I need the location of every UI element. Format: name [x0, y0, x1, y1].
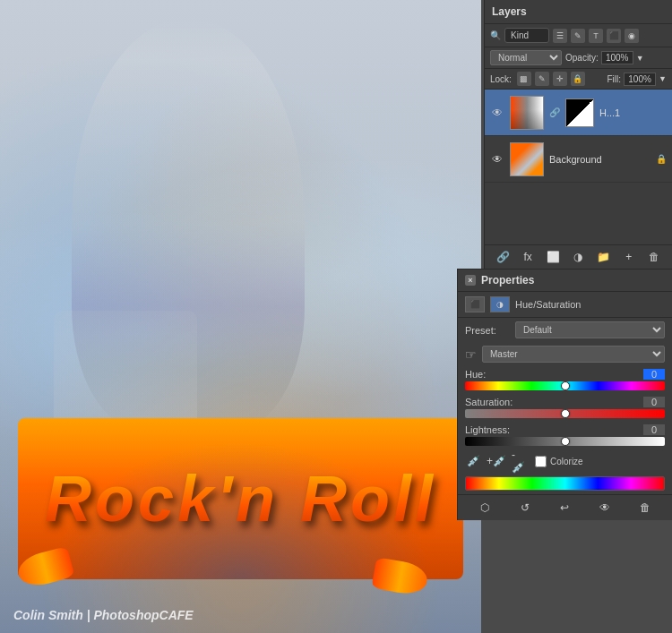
layer-filter-icon3[interactable]: T	[589, 29, 603, 43]
new-layer-btn[interactable]: +	[621, 249, 637, 265]
layer-locked-icon: 🔒	[656, 154, 667, 164]
layer-name-2: Background	[549, 154, 650, 165]
colorize-checkbox-group: Colorize	[535, 456, 583, 467]
opacity-row: Opacity: ▼	[565, 51, 644, 64]
prop-pixel-icon[interactable]: ⬛	[465, 296, 485, 312]
opacity-arrow[interactable]: ▼	[636, 54, 644, 63]
lightness-label: Lightness:	[465, 424, 510, 435]
preset-label: Preset:	[465, 325, 510, 336]
lightness-header: Lightness: 0	[465, 424, 665, 435]
layer-name-1: H...1	[599, 107, 667, 118]
lock-all-icon[interactable]: 🔒	[571, 72, 585, 86]
layer-link-icon-1: 🔗	[549, 107, 560, 117]
opacity-label: Opacity:	[565, 53, 599, 63]
add-mask-btn[interactable]: ⬜	[545, 249, 561, 265]
properties-channel-row: ☞ Master	[458, 342, 672, 366]
lightness-slider-thumb[interactable]	[561, 437, 570, 446]
prop-type-label: Hue/Saturation	[515, 299, 581, 310]
eyedropper-row: 💉 +💉 -💉 Colorize	[458, 449, 672, 473]
layer-filter-icon4[interactable]: ⬛	[607, 29, 621, 43]
delete-layer-btn[interactable]: 🗑	[646, 249, 662, 265]
layers-list: 👁 🔗 H...1 👁 Background 🔒	[485, 90, 672, 244]
prop-reset-icon[interactable]: ↩	[556, 500, 573, 516]
prop-undo-icon[interactable]: ↺	[517, 500, 533, 516]
properties-panel-header: × Properties	[458, 269, 672, 292]
layer-thumb-huesat	[510, 96, 544, 130]
fill-arrow[interactable]: ▼	[659, 74, 667, 83]
colorize-checkbox[interactable]	[535, 456, 547, 467]
properties-type-row: ⬛ ◑ Hue/Saturation	[458, 292, 672, 318]
hue-value: 0	[643, 369, 665, 380]
preset-select[interactable]: Default	[515, 321, 665, 338]
layers-panel: Layers 🔍 ☰ ✎ T ⬛ ◉ Normal Opacity: ▼ Loc…	[484, 0, 672, 269]
layer-visibility-2[interactable]: 👁	[490, 153, 504, 166]
canvas-area: Rock'n Roll Colin Smith | PhotoshopCAFE	[0, 0, 481, 633]
hue-header: Hue: 0	[465, 369, 665, 380]
layers-search-row: 🔍 ☰ ✎ T ⬛ ◉	[485, 24, 672, 47]
blend-mode-select[interactable]: Normal	[490, 50, 562, 65]
layers-title: Layers	[492, 5, 527, 18]
properties-panel: × Properties ⬛ ◑ Hue/Saturation Preset: …	[457, 269, 672, 520]
properties-preset-row: Preset: Default	[458, 318, 672, 342]
layers-search-input[interactable]	[504, 28, 549, 43]
hue-section: Hue: 0	[458, 366, 672, 394]
opacity-input[interactable]	[601, 51, 633, 64]
saturation-slider-track[interactable]	[465, 409, 665, 418]
add-adjustment-btn[interactable]: ◑	[570, 249, 586, 265]
layer-mask-1	[565, 98, 594, 127]
fx-btn[interactable]: fx	[520, 249, 536, 265]
saturation-value: 0	[643, 397, 665, 407]
magnifier-icon: 🔍	[490, 30, 501, 40]
fill-label: Fill:	[607, 74, 622, 84]
hand-tool-icon[interactable]: ☞	[465, 347, 477, 362]
rock-text-3d: Rock'n Roll	[18, 418, 463, 579]
eyedropper-icon[interactable]: 💉	[465, 453, 481, 469]
saturation-section: Saturation: 0	[458, 394, 672, 422]
saturation-slider-thumb[interactable]	[561, 409, 570, 418]
prop-convert-icon[interactable]: ⬡	[477, 500, 493, 516]
hue-label: Hue:	[465, 369, 486, 380]
layer-filter-toggle[interactable]: ◉	[625, 29, 639, 43]
lock-transparent-icon[interactable]: ▩	[517, 72, 531, 86]
hue-slider-track[interactable]	[465, 381, 665, 390]
layer-item-background[interactable]: 👁 Background 🔒	[485, 136, 672, 183]
lightness-slider-track[interactable]	[465, 437, 665, 446]
lock-icons-group: ▩ ✎ ✛ 🔒	[517, 72, 585, 86]
saturation-label: Saturation:	[465, 397, 513, 407]
properties-title: Properties	[481, 274, 534, 287]
link-layers-btn[interactable]: 🔗	[495, 249, 511, 265]
layer-visibility-1[interactable]: 👁	[490, 107, 504, 119]
watermark: Colin Smith | PhotoshopCAFE	[13, 608, 194, 622]
fill-row: Fill: ▼	[607, 73, 667, 86]
layer-item-huesat[interactable]: 👁 🔗 H...1	[485, 90, 672, 136]
properties-bottom-toolbar: ⬡ ↺ ↩ 👁 🗑	[458, 494, 672, 520]
lock-label: Lock:	[490, 74, 512, 84]
layer-thumb-background	[510, 142, 544, 176]
layers-bottom-toolbar: 🔗 fx ⬜ ◑ 📁 + 🗑	[485, 244, 672, 269]
saturation-header: Saturation: 0	[465, 397, 665, 407]
properties-close-btn[interactable]: ×	[465, 275, 476, 286]
layer-filter-icon2[interactable]: ✎	[571, 29, 585, 43]
prop-huesat-icon[interactable]: ◑	[490, 296, 510, 312]
eyedropper-add-icon[interactable]: +💉	[488, 453, 504, 469]
rock-text-label: Rock'n Roll	[45, 462, 436, 535]
eyedropper-sub-icon[interactable]: -💉	[512, 453, 528, 469]
hue-slider-thumb[interactable]	[561, 381, 570, 390]
layers-blend-row: Normal Opacity: ▼	[485, 47, 672, 69]
channel-select[interactable]: Master	[482, 346, 665, 363]
layers-panel-header: Layers	[485, 0, 672, 24]
layer-filter-icon1[interactable]: ☰	[553, 29, 567, 43]
lock-position-icon[interactable]: ✛	[553, 72, 567, 86]
fill-input[interactable]	[624, 73, 656, 86]
add-group-btn[interactable]: 📁	[596, 249, 612, 265]
colorize-label: Colorize	[550, 457, 583, 466]
lock-image-icon[interactable]: ✎	[535, 72, 549, 86]
hue-gradient-bar	[465, 476, 665, 491]
prop-visibility-icon[interactable]: 👁	[597, 500, 613, 516]
layers-lock-row: Lock: ▩ ✎ ✛ 🔒 Fill: ▼	[485, 69, 672, 90]
prop-delete-icon[interactable]: 🗑	[637, 500, 653, 516]
lightness-section: Lightness: 0	[458, 422, 672, 449]
lightness-value: 0	[643, 424, 665, 435]
